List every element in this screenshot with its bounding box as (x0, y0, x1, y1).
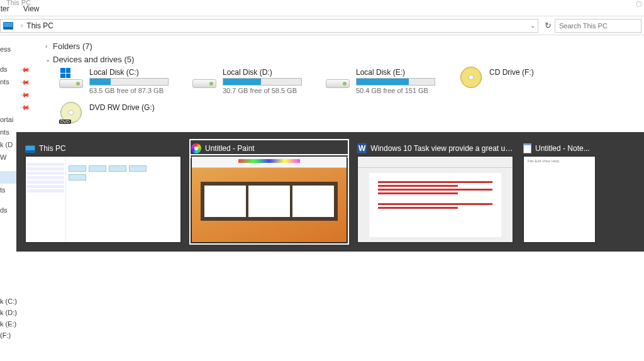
sidebar-item[interactable]: k (D (0, 141, 13, 148)
taskview-title: Windows 10 Task view provide a great use… (370, 144, 513, 153)
drive-c[interactable]: Local Disk (C:) 63.5 GB free of 87.3 GB (59, 68, 192, 94)
drive-name: CD Drive (F:) (489, 68, 592, 77)
drive-free-text: 30.7 GB free of 58.5 GB (223, 87, 326, 94)
hdd-icon (326, 79, 350, 88)
refresh-button[interactable]: ↻ (541, 19, 555, 33)
storage-bar (223, 78, 302, 86)
devices-label: Devices and drives (5) (53, 55, 134, 64)
search-box[interactable] (555, 19, 641, 33)
drive-free-text: 63.5 GB free of 87.3 GB (89, 87, 192, 94)
drive-d[interactable]: Local Disk (D:) 30.7 GB free of 58.5 GB (192, 68, 326, 94)
sidebar-item[interactable]: (F:) (0, 330, 17, 341)
sidebar-item[interactable]: ds (0, 206, 8, 214)
sidebar-item[interactable]: nts (0, 78, 9, 86)
hdd-icon (192, 79, 216, 88)
taskview-thumbnail (357, 156, 513, 243)
pin-icon: 📌 (20, 89, 30, 99)
chevron-right-icon: › (45, 43, 53, 50)
drive-f[interactable]: CD Drive (F:) (459, 68, 592, 94)
taskview-title: This PC (39, 144, 66, 153)
hdd-icon (59, 79, 83, 88)
drive-e[interactable]: Local Disk (E:) 50.4 GB free of 151 GB (326, 68, 459, 94)
sidebar-item[interactable]: ds (0, 65, 8, 73)
cd-icon (460, 67, 482, 88)
search-input[interactable] (559, 22, 637, 30)
folders-label: Folders (7) (53, 42, 92, 51)
this-pc-icon (3, 22, 13, 30)
drive-name: DVD RW Drive (G:) (89, 103, 192, 112)
window-controls[interactable]: ▢ (636, 0, 641, 7)
sidebar-item[interactable]: k (D:) (0, 307, 17, 318)
drive-name: Local Disk (C:) (89, 68, 192, 77)
taskview-title: Untitled - Note... (535, 144, 590, 153)
drive-name: Local Disk (D:) (223, 68, 326, 77)
taskview-title: Untitled - Paint (205, 144, 255, 153)
sidebar-lower: k (C:) k (D:) k (E:) (F:) (0, 296, 17, 341)
folders-section-header[interactable]: › Folders (7) (45, 42, 638, 51)
sidebar-item[interactable]: k (E:) (0, 318, 17, 330)
pin-icon: 📌 (20, 64, 30, 74)
taskview-thumbnail (191, 156, 347, 243)
ribbon-tabs: uter View (0, 3, 644, 16)
chevron-right-icon: › (21, 22, 23, 29)
storage-bar (356, 78, 435, 86)
dvd-badge: DVD (59, 119, 71, 124)
task-view-overlay: This PC Untitled - Paint WWindows 10 Tas… (16, 132, 644, 252)
this-pc-icon (25, 145, 35, 153)
windows-logo-icon (60, 68, 70, 78)
drive-free-text: 50.4 GB free of 151 GB (356, 87, 459, 94)
sidebar-item[interactable]: k (C:) (0, 296, 17, 307)
chevron-down-icon: ⌄ (45, 56, 53, 63)
window-title: This PC (6, 0, 31, 6)
sidebar-item[interactable]: nts (0, 128, 9, 136)
pin-icon: 📌 (20, 102, 30, 112)
address-text: This PC (26, 21, 53, 30)
taskview-item-thispc[interactable]: This PC (25, 141, 181, 243)
notepad-icon (523, 143, 531, 153)
devices-section-header[interactable]: ⌄ Devices and drives (5) (45, 55, 638, 64)
taskview-item-paint[interactable]: Untitled - Paint (191, 141, 347, 243)
address-dropdown-icon[interactable]: ⌄ (530, 22, 535, 29)
word-icon: W (357, 143, 367, 153)
taskview-item-word[interactable]: WWindows 10 Task view provide a great us… (357, 141, 513, 243)
sidebar-item[interactable]: ess (0, 45, 11, 53)
drive-name: Local Disk (E:) (356, 68, 459, 77)
taskview-thumbnail (25, 156, 181, 243)
sidebar-item[interactable]: W (0, 153, 6, 161)
address-bar[interactable]: › This PC ⌄ (0, 19, 538, 33)
drive-g[interactable]: DVD DVD RW Drive (G:) (59, 103, 192, 123)
sidebar-item[interactable]: ts (0, 186, 6, 194)
storage-bar (89, 78, 169, 86)
taskview-item-notepad[interactable]: Untitled - Note... File Edit View Help (523, 141, 596, 243)
pin-icon: 📌 (20, 77, 30, 87)
paint-icon (191, 143, 201, 153)
taskview-thumbnail: File Edit View Help (523, 156, 596, 243)
sidebar-item[interactable]: ortai (0, 116, 13, 123)
